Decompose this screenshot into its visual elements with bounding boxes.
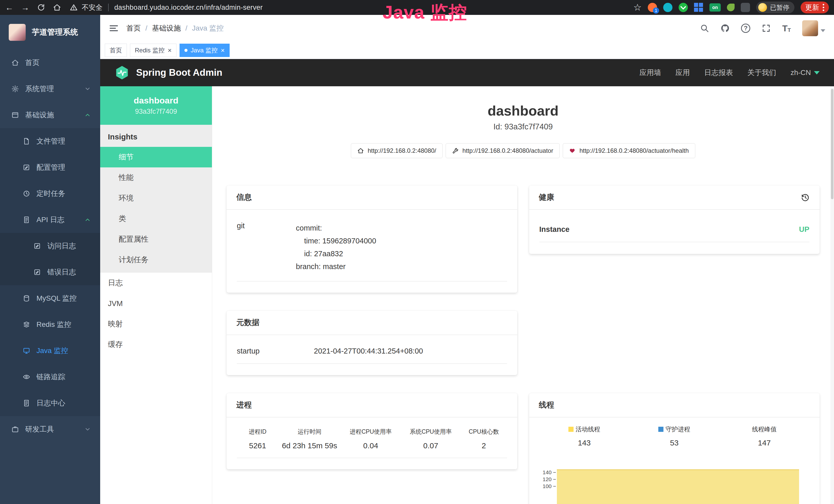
sidebar-item-label: 访问日志 (47, 241, 76, 251)
breadcrumb-current: Java 监控 (192, 23, 224, 33)
sba-nav-jvm[interactable]: JVM (100, 293, 212, 314)
address-bar[interactable]: 不安全 dashboard.yudao.iocoder.cn/infra/adm… (70, 3, 263, 12)
browser-forward-icon[interactable]: → (21, 3, 29, 12)
tab-home[interactable]: 首页 (105, 44, 127, 57)
sba-header: Spring Boot Admin 应用墙 应用 日志报表 关于我们 zh-CN (100, 59, 834, 86)
process-col-value: 2 (461, 441, 507, 450)
extension-icon-3[interactable] (679, 3, 688, 12)
sba-brand[interactable]: Spring Boot Admin (114, 65, 222, 80)
admin-menu: 首页 系统管理 基础设施 文件管理 配置管理 (0, 49, 100, 442)
sidebar-item-log-center[interactable]: 日志中心 (0, 390, 100, 416)
sba-nav-journal[interactable]: 日志报表 (704, 68, 733, 77)
sidebar-item-trace[interactable]: 链路追踪 (0, 364, 100, 390)
page-url: dashboard.yudao.iocoder.cn/infra/admin-s… (114, 4, 263, 12)
git-branch-line: branch: master (296, 260, 507, 273)
gear-icon (11, 85, 19, 93)
legend-label: 守护进程 (665, 425, 690, 433)
sidebar-item-infrastructure[interactable]: 基础设施 (0, 102, 100, 128)
extension-icon-2[interactable] (663, 3, 673, 12)
sba-nav-about[interactable]: 关于我们 (747, 68, 776, 77)
extension-icon-5[interactable]: on (709, 3, 721, 12)
sidebar-item-scheduled-tasks[interactable]: 定时任务 (0, 181, 100, 207)
service-url-button[interactable]: http://192.168.0.2:48080/ (351, 143, 443, 158)
sidebar-item-label: 错误日志 (47, 267, 76, 277)
sidebar-item-access-logs[interactable]: 访问日志 (0, 233, 100, 259)
profile-paused-badge[interactable]: 已暂停 (756, 2, 794, 13)
close-icon[interactable]: × (221, 47, 225, 54)
sidebar-item-label: 定时任务 (37, 189, 65, 199)
tab-java-monitor[interactable]: Java 监控 × (179, 44, 229, 57)
profile-paused-label: 已暂停 (770, 3, 789, 12)
metadata-row: startup 2021-04-27T00:44:31.254+08:00 (237, 344, 507, 364)
browser-home-icon[interactable] (53, 3, 61, 12)
sidebar-item-label: Java 监控 (37, 346, 68, 356)
sidebar-item-mysql-monitor[interactable]: MySQL 监控 (0, 285, 100, 312)
infrastructure-icon (11, 111, 19, 119)
history-icon[interactable] (800, 193, 810, 202)
sidebar-item-error-logs[interactable]: 错误日志 (0, 259, 100, 285)
sidebar-item-system-management[interactable]: 系统管理 (0, 76, 100, 102)
breadcrumb-home[interactable]: 首页 (126, 23, 141, 33)
close-icon[interactable]: × (168, 47, 172, 54)
sidebar-item-api-logs[interactable]: API 日志 (0, 207, 100, 233)
app-logo[interactable]: 芋道管理系统 (0, 15, 100, 49)
git-commit-line: commit: (296, 222, 507, 234)
github-icon[interactable] (721, 24, 730, 33)
locale-label: zh-CN (791, 69, 811, 77)
instance-header[interactable]: dashboard 93a3fc7f7409 (100, 86, 212, 125)
admin-sidebar: 芋道管理系统 首页 系统管理 基础设施 文件管理 (0, 15, 100, 504)
sidebar-item-label: API 日志 (37, 215, 64, 225)
threads-legend: 活动线程 143 守护进程 (540, 425, 810, 447)
security-warning-icon (70, 4, 78, 11)
user-avatar[interactable] (802, 20, 818, 36)
process-col-value: 5261 (237, 441, 279, 450)
extension-icon-6[interactable] (727, 4, 734, 11)
sba-nav-performance[interactable]: 性能 (100, 167, 212, 188)
extension-icon-4[interactable] (694, 3, 703, 12)
sba-nav-environment[interactable]: 环境 (100, 188, 212, 208)
sba-nav-config-props[interactable]: 配置属性 (100, 229, 212, 250)
sba-nav-details[interactable]: 细节 (100, 147, 212, 167)
sidebar-item-dev-tools[interactable]: 研发工具 (0, 416, 100, 442)
info-git-row: git commit: time: 1596289704000 id: 27aa… (237, 219, 507, 281)
sidebar-item-redis-monitor[interactable]: Redis 监控 (0, 312, 100, 338)
extension-icon-1[interactable]: 1 (648, 3, 657, 12)
browser-refresh-icon[interactable] (37, 3, 45, 12)
sba-nav-caches[interactable]: 缓存 (100, 334, 212, 355)
profile-avatar-emoji (758, 3, 767, 12)
sba-nav-mappings[interactable]: 映射 (100, 314, 212, 334)
sba-nav-classes[interactable]: 类 (100, 208, 212, 229)
health-url-button[interactable]: http://192.168.0.2:48080/actuator/health (563, 143, 695, 158)
locale-selector[interactable]: zh-CN (791, 69, 820, 77)
breadcrumb-infrastructure[interactable]: 基础设施 (152, 23, 181, 33)
database-icon (23, 295, 30, 302)
user-menu[interactable] (802, 20, 825, 36)
tab-redis-monitor[interactable]: Redis 监控 × (130, 44, 176, 57)
bookmark-star-icon[interactable]: ☆ (633, 3, 642, 12)
browser-back-icon[interactable]: ← (5, 3, 13, 12)
sidebar-item-java-monitor[interactable]: Java 监控 (0, 338, 100, 364)
y-tick: 120 (540, 476, 556, 483)
sidebar-item-config-management[interactable]: 配置管理 (0, 154, 100, 181)
instance-id: 93a3fc7f7409 (135, 108, 177, 116)
sba-nav-logs[interactable]: 日志 (100, 273, 212, 293)
fullscreen-icon[interactable] (762, 24, 771, 33)
help-icon[interactable]: ? (741, 24, 750, 33)
sba-nav-wall[interactable]: 应用墙 (640, 68, 661, 77)
sba-nav-applications[interactable]: 应用 (676, 68, 690, 77)
legend-square-active (568, 427, 574, 432)
extensions-puzzle-icon[interactable] (741, 3, 750, 12)
sba-nav-scheduled-tasks[interactable]: 计划任务 (100, 250, 212, 270)
update-button[interactable]: 更新 (800, 2, 829, 13)
legend-label: 线程峰值 (752, 425, 777, 433)
chevron-up-icon (84, 216, 91, 223)
sidebar-item-file-management[interactable]: 文件管理 (0, 128, 100, 154)
actuator-url-button[interactable]: http://192.168.0.2:48080/actuator (446, 143, 560, 158)
font-size-icon[interactable]: TT (782, 24, 791, 32)
search-icon[interactable] (700, 24, 709, 33)
hamburger-icon[interactable] (109, 23, 119, 33)
git-id-line: id: 27aa832 (296, 247, 507, 260)
scrollbar-thumb[interactable] (831, 89, 833, 199)
sidebar-item-home[interactable]: 首页 (0, 49, 100, 76)
menu-kebab-icon[interactable] (823, 4, 824, 11)
